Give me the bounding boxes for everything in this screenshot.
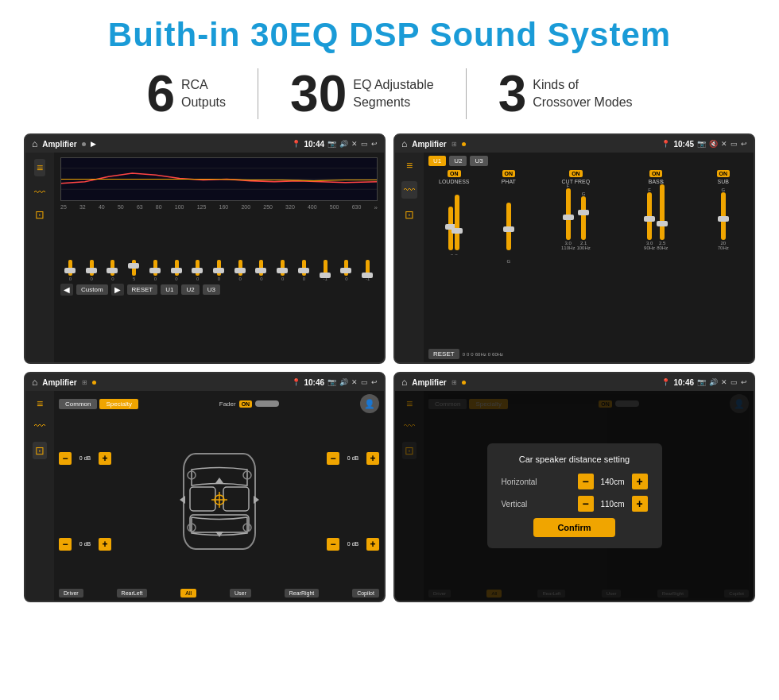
cutfreq-slider-1[interactable] <box>566 188 571 240</box>
cam-icon-1: 📷 <box>327 140 336 148</box>
phat-on-badge[interactable]: ON <box>502 170 516 177</box>
bass-slider-2[interactable] <box>660 184 665 240</box>
eq-slider-5[interactable]: 0 <box>145 260 165 281</box>
horizontal-plus-btn[interactable]: + <box>632 474 648 489</box>
vertical-minus-btn[interactable]: − <box>578 496 594 512</box>
speaker-icon[interactable]: ⊡ <box>35 208 45 221</box>
eq-graph <box>60 157 378 201</box>
vol-row-2: − 0 dB + <box>59 538 111 551</box>
home-icon-2[interactable]: ⌂ <box>401 138 407 149</box>
eq-slider-11[interactable]: 0 <box>273 260 293 281</box>
eq-slider-3[interactable]: 0 <box>103 260 122 281</box>
bass-slider-1[interactable] <box>647 192 652 240</box>
common-tab[interactable]: Common <box>59 399 97 409</box>
horizontal-minus-btn[interactable]: − <box>578 474 594 489</box>
wave-icon-2[interactable]: 〰 <box>401 181 417 199</box>
eq-slider-14[interactable]: 0 <box>337 260 357 281</box>
eq-slider-8[interactable]: 0 <box>209 260 229 281</box>
u2-btn-1[interactable]: U2 <box>181 284 199 295</box>
status-dot-3 <box>92 381 96 385</box>
vol-plus-2[interactable]: + <box>99 538 111 551</box>
rearright-btn[interactable]: RearRight <box>285 589 320 598</box>
next-btn[interactable]: ▶ <box>111 284 124 296</box>
phat-slider-1[interactable] <box>506 203 511 250</box>
vol-plus-3[interactable]: + <box>366 452 379 465</box>
u1-preset-btn[interactable]: U1 <box>428 156 446 166</box>
sub-slider-1[interactable] <box>721 192 726 240</box>
sub-on-badge[interactable]: ON <box>717 170 731 177</box>
u2-preset-btn[interactable]: U2 <box>449 156 467 166</box>
u3-btn-1[interactable]: U3 <box>203 284 220 295</box>
eq-slider-15[interactable]: -1 <box>358 260 378 281</box>
eq-slider-7[interactable]: 0 <box>188 260 207 281</box>
eq-slider-10[interactable]: 0 <box>252 260 272 281</box>
statusbar-3-right: 📍 10:46 📷 🔊 ✕ ▭ ↩ <box>292 378 378 387</box>
dialog-title: Car speaker distance setting <box>502 454 648 464</box>
speaker-icon-3[interactable]: ⊡ <box>33 442 47 459</box>
reset-btn-2[interactable]: RESET <box>428 349 459 359</box>
driver-btn[interactable]: Driver <box>59 589 83 598</box>
eq-slider-12[interactable]: 0 <box>294 260 314 281</box>
eq-slider-1[interactable]: 0 <box>60 260 80 281</box>
rearleft-btn[interactable]: RearLeft <box>117 589 148 598</box>
loudness-slider-2[interactable] <box>455 195 459 250</box>
vertical-plus-btn[interactable]: + <box>632 496 648 512</box>
features-row: 6 RCAOutputs 30 EQ AdjustableSegments 3 … <box>24 68 755 119</box>
u1-btn-1[interactable]: U1 <box>161 284 178 295</box>
eq-slider-13[interactable]: -1 <box>316 260 335 281</box>
fader-on-badge[interactable]: ON <box>239 400 253 408</box>
vol-minus-4[interactable]: − <box>327 538 339 551</box>
cam-icon-4: 📷 <box>697 378 706 386</box>
side-icons-1: ≡ 〰 ⊡ <box>25 153 54 362</box>
vol-minus-2[interactable]: − <box>59 538 72 551</box>
spk-main: Common Specialty Fader ON 👤 <box>54 391 384 601</box>
home-icon-4[interactable]: ⌂ <box>401 377 407 388</box>
all-btn[interactable]: All <box>180 589 196 598</box>
speaker-icon-2[interactable]: ⊡ <box>405 208 414 221</box>
home-icon-3[interactable]: ⌂ <box>32 377 37 388</box>
feature-crossover: 3 Kinds ofCrossover Modes <box>467 68 665 119</box>
eq-slider-9[interactable]: 0 <box>231 260 250 281</box>
specialty-tab[interactable]: Specialty <box>99 399 138 409</box>
eq-slider-6[interactable]: 0 <box>167 260 187 281</box>
horizontal-row: Horizontal − 140cm + <box>502 474 648 489</box>
screen-speaker: ⌂ Amplifier ⊞ 📍 10:46 📷 🔊 ✕ ▭ ↩ ≡ <box>24 372 386 602</box>
vol-plus-4[interactable]: + <box>366 538 379 551</box>
pin-icon-1: 📍 <box>292 140 300 148</box>
confirm-button[interactable]: Confirm <box>533 518 614 537</box>
svg-rect-7 <box>190 515 249 532</box>
time-2: 10:45 <box>673 140 694 149</box>
feature-eq-desc: EQ AdjustableSegments <box>353 76 433 112</box>
prev-btn[interactable]: ◀ <box>60 284 73 296</box>
bass-on-badge[interactable]: ON <box>649 170 663 177</box>
eq-icon[interactable]: ≡ <box>34 159 45 176</box>
vol-minus-1[interactable]: − <box>59 452 72 465</box>
copilot-btn[interactable]: Copilot <box>352 589 379 598</box>
feature-eq: 30 EQ AdjustableSegments <box>258 68 467 119</box>
vol-minus-3[interactable]: − <box>327 452 339 465</box>
phat-label: PHAT <box>502 179 516 184</box>
user-btn-3[interactable]: User <box>230 589 251 598</box>
wave-icon[interactable]: 〰 <box>34 186 45 199</box>
vol-row-1: − 0 dB + <box>59 452 111 465</box>
cutfreq-on-badge[interactable]: ON <box>569 170 583 177</box>
fader-slider[interactable] <box>255 400 279 407</box>
loudness-on-badge[interactable]: ON <box>448 170 461 177</box>
screen-amp: ⌂ Amplifier ⊞ 📍 10:45 📷 🔇 ✕ ▭ ↩ ≡ <box>393 133 755 364</box>
vol-plus-1[interactable]: + <box>99 452 111 465</box>
eq-slider-2[interactable]: 0 <box>82 260 102 281</box>
back-icon-2: ↩ <box>741 140 747 148</box>
cam-icon-3: 📷 <box>327 378 336 386</box>
reset-btn-1[interactable]: RESET <box>127 284 158 295</box>
dialog-overlay: Car speaker distance setting Horizontal … <box>395 391 754 601</box>
svg-rect-5 <box>190 487 215 511</box>
u3-preset-btn[interactable]: U3 <box>470 156 487 166</box>
wave-icon-3[interactable]: 〰 <box>34 420 45 432</box>
cutfreq-slider-2[interactable] <box>581 196 586 240</box>
eq-icon-3[interactable]: ≡ <box>37 397 43 410</box>
vol-val-4: 0 dB <box>342 541 364 547</box>
eq-slider-4[interactable]: 5 <box>124 260 144 281</box>
custom-btn[interactable]: Custom <box>76 284 108 295</box>
eq-icon-2[interactable]: ≡ <box>406 159 413 172</box>
home-icon-1[interactable]: ⌂ <box>32 138 37 149</box>
